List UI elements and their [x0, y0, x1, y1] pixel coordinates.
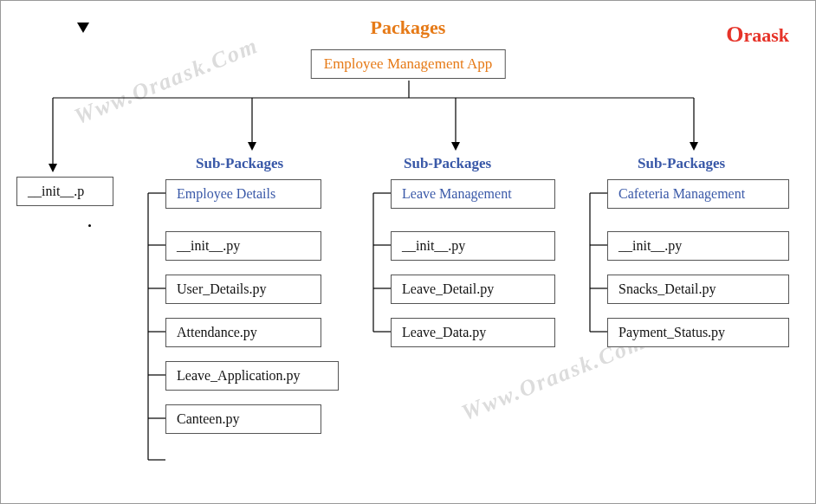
leave-file-box: Leave_Data.py	[391, 318, 555, 347]
subpackages-heading-leave: Sub-Packages	[404, 155, 491, 172]
employee-details-box: Employee Details	[165, 179, 321, 209]
cafeteria-management-box: Cafeteria Management	[607, 179, 789, 209]
leave-management-box: Leave Management	[391, 179, 555, 209]
cafe-file-box: Payment_Status.py	[607, 318, 789, 347]
svg-marker-7	[451, 142, 460, 151]
page-title: Packages	[1, 16, 815, 39]
emp-file-box: Leave_Application.py	[165, 361, 339, 391]
emp-file-box: __init__.py	[165, 231, 321, 261]
leave-file-box: __init__.py	[391, 231, 555, 261]
logo: Oraask	[726, 22, 789, 48]
emp-file-box: Canteen.py	[165, 404, 321, 434]
svg-marker-5	[248, 142, 256, 151]
logo-text: raask	[743, 24, 789, 46]
subpackages-heading-emp: Sub-Packages	[196, 155, 283, 172]
watermark: Www.Oraask.Com	[71, 33, 262, 131]
svg-marker-3	[49, 164, 57, 172]
emp-file-box: User_Details.py	[165, 275, 321, 304]
subpackages-heading-cafe: Sub-Packages	[638, 155, 725, 172]
cafe-file-box: __init__.py	[607, 231, 789, 261]
init-file-box: __init__.p	[16, 177, 113, 206]
emp-file-box: Attendance.py	[165, 318, 321, 347]
cafe-file-box: Snacks_Detail.py	[607, 275, 789, 304]
svg-marker-9	[690, 142, 698, 151]
leave-file-box: Leave_Detail.py	[391, 275, 555, 304]
triangle-icon	[77, 23, 89, 33]
dot-icon	[88, 224, 91, 227]
root-package-box: Employee Management App	[311, 49, 506, 79]
